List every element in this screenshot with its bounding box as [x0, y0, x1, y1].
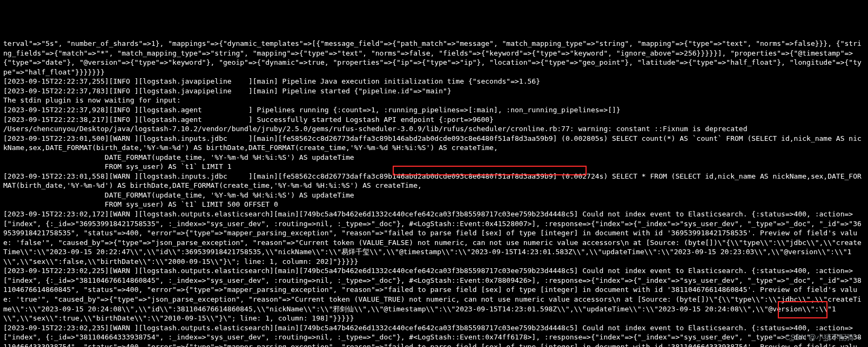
log-line: terval"=>"5s", "number_of_shards"=>1}, "… — [3, 39, 865, 77]
log-line: [2023-09-15T22:22:37,928][INFO ][logstas… — [3, 105, 865, 115]
log-line: [2023-09-15T22:22:38,217][INFO ][logstas… — [3, 115, 865, 125]
log-line: The stdin plugin is now waiting for inpu… — [3, 96, 865, 105]
log-line: FROM sys_user) AS `t1` LIMIT 1 — [3, 162, 865, 172]
log-line: DATE_FORMAT(update_time, '%Y-%m-%d %H:%i… — [3, 153, 865, 162]
log-line: [2023-09-15T22:23:02,235][WARN ][logstas… — [3, 323, 865, 347]
terminal-output[interactable]: terval"=>"5s", "number_of_shards"=>1}, "… — [3, 39, 865, 347]
log-line: [2023-09-15T22:22:37,783][INFO ][logstas… — [3, 86, 865, 96]
log-line: /Users/chencunyou/Desktop/java/logstash-… — [3, 124, 865, 134]
log-line: DATE_FORMAT(update_time, '%Y-%m-%d %H:%i… — [3, 190, 865, 200]
log-line: [2023-09-15T22:23:02,225][WARN ][logstas… — [3, 266, 865, 323]
log-line: [2023-09-15T22:23:02,172][WARN ][logstas… — [3, 209, 865, 266]
log-line: FROM sys_user) AS `t1` LIMIT 500 OFFSET … — [3, 200, 865, 209]
log-line: [2023-09-15T22:22:37,255][INFO ][logstas… — [3, 77, 865, 86]
log-line: [2023-09-15T22:23:01,558][WARN ][logstas… — [3, 172, 865, 190]
log-line: [2023-09-15T22:23:01,500][WARN ][logstas… — [3, 134, 865, 153]
